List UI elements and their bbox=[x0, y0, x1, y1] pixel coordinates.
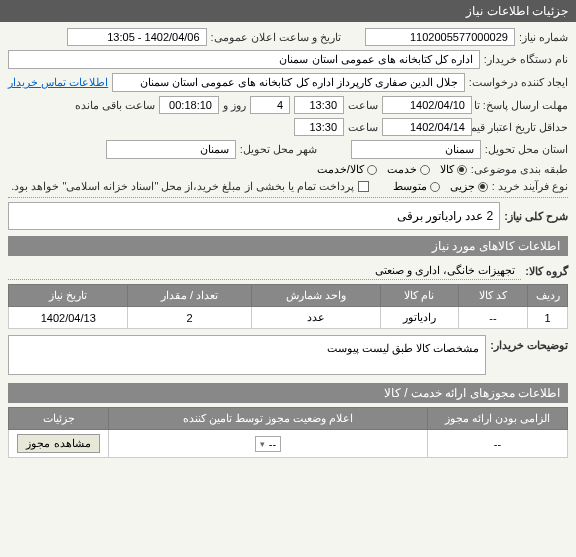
license-section-header: اطلاعات مجوزهای ارائه خدمت / کالا bbox=[8, 383, 568, 403]
need-number-label: شماره نیاز: bbox=[519, 31, 568, 44]
radio-goods[interactable]: کالا bbox=[440, 163, 467, 176]
payment-checkbox[interactable] bbox=[358, 181, 369, 192]
th-detail: جزئیات bbox=[9, 408, 109, 430]
cell-name: رادیاتور bbox=[380, 307, 458, 329]
page-title: جزئیات اطلاعات نیاز bbox=[466, 4, 568, 18]
deadline2-date: 1402/04/14 bbox=[382, 118, 472, 136]
th-idx: ردیف bbox=[528, 285, 568, 307]
remaining-label: ساعت باقی مانده bbox=[75, 99, 155, 112]
cell-unit: عدد bbox=[251, 307, 380, 329]
province-field: سمنان bbox=[351, 140, 481, 159]
city-field: سمنان bbox=[106, 140, 236, 159]
announce-field: 1402/04/06 - 13:05 bbox=[67, 28, 207, 46]
contact-link[interactable]: اطلاعات تماس خریدار bbox=[8, 76, 108, 89]
buyer-org-field: اداره کل کتابخانه های عمومی استان سمنان bbox=[8, 50, 480, 69]
radio-service[interactable]: خدمت bbox=[387, 163, 430, 176]
remaining-value: 00:18:10 bbox=[159, 96, 219, 114]
group-label: گروه کالا: bbox=[525, 265, 568, 278]
table-row: 1 -- رادیاتور عدد 2 1402/04/13 bbox=[9, 307, 568, 329]
deadline1-date: 1402/04/10 bbox=[382, 96, 472, 114]
payment-note: پرداخت تمام یا بخشی از مبلغ خرید،از محل … bbox=[11, 180, 354, 193]
license-row: -- -- مشاهده مجوز bbox=[9, 430, 568, 458]
page-header: جزئیات اطلاعات نیاز bbox=[0, 0, 576, 22]
status-select[interactable]: -- bbox=[255, 436, 281, 452]
status-select-value: -- bbox=[269, 438, 276, 450]
radio-goods-label: کالا bbox=[440, 163, 454, 176]
time-label-1: ساعت bbox=[348, 99, 378, 112]
cell-idx: 1 bbox=[528, 307, 568, 329]
category-radio-group: کالا خدمت کالا/خدمت bbox=[317, 163, 467, 176]
deadline2-label: حداقل تاریخ اعتبار قیمت: تا تاریخ: bbox=[476, 121, 568, 134]
radio-small-dot bbox=[478, 182, 488, 192]
requester-label: ایجاد کننده درخواست: bbox=[469, 76, 568, 89]
time-label-2: ساعت bbox=[348, 121, 378, 134]
radio-goods-service-label: کالا/خدمت bbox=[317, 163, 364, 176]
day-label: روز و bbox=[223, 99, 246, 112]
radio-service-dot bbox=[420, 165, 430, 175]
buyer-notes-label: توضیحات خریدار: bbox=[490, 335, 568, 352]
radio-goods-service-dot bbox=[367, 165, 377, 175]
radio-small-label: جزیی bbox=[450, 180, 475, 193]
category-label: طبقه بندی موضوعی: bbox=[471, 163, 568, 176]
cell-qty: 2 bbox=[128, 307, 251, 329]
process-radio-group: جزیی متوسط bbox=[393, 180, 488, 193]
days-remaining: 4 bbox=[250, 96, 290, 114]
need-number-field: 1102005577000029 bbox=[365, 28, 515, 46]
cell-mandatory: -- bbox=[428, 430, 568, 458]
th-unit: واحد شمارش bbox=[251, 285, 380, 307]
radio-small[interactable]: جزیی bbox=[450, 180, 488, 193]
deadline2-time: 13:30 bbox=[294, 118, 344, 136]
goods-table: ردیف کد کالا نام کالا واحد شمارش تعداد /… bbox=[8, 284, 568, 329]
separator-1 bbox=[8, 197, 568, 198]
radio-goods-service[interactable]: کالا/خدمت bbox=[317, 163, 377, 176]
group-value: تجهیزات خانگی، اداری و صنعتی bbox=[8, 262, 521, 280]
th-qty: تعداد / مقدار bbox=[128, 285, 251, 307]
radio-medium-label: متوسط bbox=[393, 180, 427, 193]
th-code: کد کالا bbox=[458, 285, 527, 307]
deadline1-time: 13:30 bbox=[294, 96, 344, 114]
radio-medium-dot bbox=[430, 182, 440, 192]
summary-text: 2 عدد رادیاتور برقی bbox=[8, 202, 500, 230]
buyer-notes-text: مشخصات کالا طبق لیست پیوست bbox=[8, 335, 486, 375]
radio-medium[interactable]: متوسط bbox=[393, 180, 440, 193]
province-label: استان محل تحویل: bbox=[485, 143, 568, 156]
th-name: نام کالا bbox=[380, 285, 458, 307]
process-label: نوع فرآیند خرید : bbox=[492, 180, 568, 193]
main-form: شماره نیاز: 1102005577000029 تاریخ و ساع… bbox=[0, 22, 576, 464]
buyer-org-label: نام دستگاه خریدار: bbox=[484, 53, 568, 66]
license-table: الزامی بودن ارائه مجوز اعلام وضعیت مجوز … bbox=[8, 407, 568, 458]
goods-section-header: اطلاعات کالاهای مورد نیاز bbox=[8, 236, 568, 256]
cell-date: 1402/04/13 bbox=[9, 307, 128, 329]
summary-label: شرح کلی نیاز: bbox=[504, 210, 568, 223]
cell-detail: مشاهده مجوز bbox=[9, 430, 109, 458]
cell-code: -- bbox=[458, 307, 527, 329]
th-date: تاریخ نیاز bbox=[9, 285, 128, 307]
th-status: اعلام وضعیت مجوز توسط تامین کننده bbox=[109, 408, 428, 430]
radio-goods-dot bbox=[457, 165, 467, 175]
radio-service-label: خدمت bbox=[387, 163, 417, 176]
goods-table-header-row: ردیف کد کالا نام کالا واحد شمارش تعداد /… bbox=[9, 285, 568, 307]
city-label: شهر محل تحویل: bbox=[240, 143, 317, 156]
cell-status: -- bbox=[109, 430, 428, 458]
deadline1-label: مهلت ارسال پاسخ: تا تاریخ: bbox=[476, 99, 568, 112]
requester-field: جلال الدین صفاری کارپرداز اداره کل کتابخ… bbox=[112, 73, 465, 92]
license-header-row: الزامی بودن ارائه مجوز اعلام وضعیت مجوز … bbox=[9, 408, 568, 430]
announce-label: تاریخ و ساعت اعلان عمومی: bbox=[211, 31, 341, 44]
view-license-button[interactable]: مشاهده مجوز bbox=[17, 434, 99, 453]
th-mandatory: الزامی بودن ارائه مجوز bbox=[428, 408, 568, 430]
